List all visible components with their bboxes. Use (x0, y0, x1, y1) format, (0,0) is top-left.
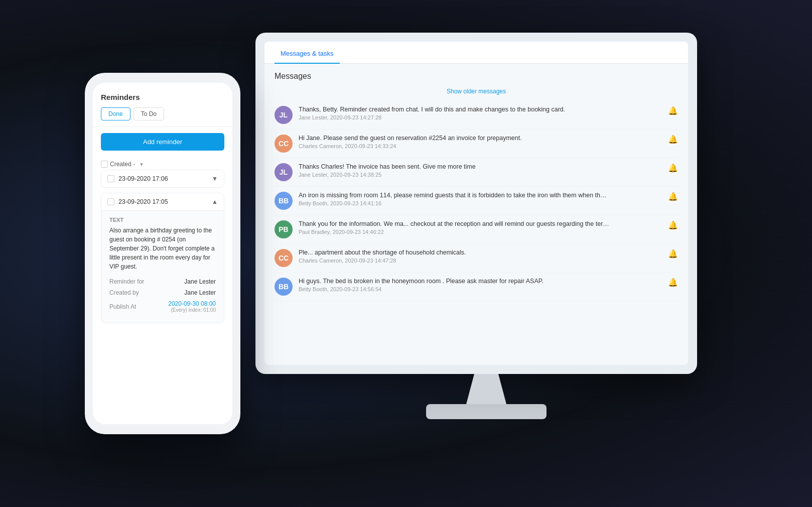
avatar-initials: BB (275, 278, 293, 296)
messages-container: JL Thanks, Betty. Reminder created from … (275, 101, 678, 301)
message-item: BB Hi guys. The bed is broken in the hon… (275, 273, 678, 301)
reminder-date-2: 23-09-2020 17:05 (118, 198, 208, 205)
bell-icon[interactable]: 🔔 (668, 106, 678, 115)
avatar: PB (275, 220, 293, 238)
message-meta: Betty Booth, 2020-09-23 14:41:16 (299, 200, 662, 206)
created-filter-checkbox[interactable] (101, 161, 108, 168)
phone-header: Reminders Done To Do (93, 83, 232, 127)
message-text: Thanks, Betty. Reminder created from cha… (299, 106, 610, 113)
reminder-date-1: 23-09-2020 17:06 (118, 175, 208, 182)
avatar-initials: CC (275, 135, 293, 153)
publish-at-label: Publish At (109, 303, 136, 310)
messages-panel: Messages Show older messages JL Thanks, … (264, 64, 688, 365)
created-filter-label: Created - (110, 161, 135, 168)
message-item: JL Thanks Charles! The invoice has been … (275, 158, 678, 187)
phone-tabs: Done To Do (101, 107, 224, 120)
scene: Reminders Done To Do Add reminder Create… (55, 23, 757, 484)
monitor-stand-base (426, 404, 547, 419)
message-meta: Charles Cameron, 2020-09-23 14:47:28 (299, 258, 662, 264)
bell-icon[interactable]: 🔔 (668, 278, 678, 287)
avatar: BB (275, 278, 293, 296)
avatar: CC (275, 135, 293, 153)
bell-icon[interactable]: 🔔 (668, 249, 678, 259)
message-item: BB An iron is missing from room 114, ple… (275, 187, 678, 215)
add-reminder-button[interactable]: Add reminder (101, 133, 224, 151)
phone-body: Created - ▼ 23-09-2020 17:06 ▼ 23-09-20 (93, 157, 232, 424)
reminder-header-1: 23-09-2020 17:06 ▼ (101, 170, 224, 187)
created-by-row: Created by Jane Lester (109, 289, 216, 296)
reminder-item: 23-09-2020 17:06 ▼ (101, 170, 224, 188)
monitor-stand-neck (466, 374, 506, 404)
bell-icon[interactable]: 🔔 (668, 192, 678, 201)
phone-device: Reminders Done To Do Add reminder Create… (85, 73, 240, 434)
reminder-checkbox-2[interactable] (107, 198, 114, 205)
avatar: BB (275, 192, 293, 210)
avatar-initials: CC (275, 249, 293, 267)
message-text: Hi Jane. Please send the guest on reserv… (299, 135, 610, 142)
message-item: CC Ple... apartment about the shortage o… (275, 244, 678, 273)
publish-at-value[interactable]: 2020-09-30 08:00 (168, 300, 216, 307)
publish-at-row: Publish At 2020-09-30 08:00 (Every) inde… (109, 300, 216, 313)
message-meta: Betty Booth, 2020-09-23 14:56:54 (299, 286, 662, 292)
show-older-link[interactable]: Show older messages (275, 88, 678, 95)
monitor-device: Messages & tasks Messages Show older mes… (255, 33, 717, 444)
tab-done[interactable]: Done (101, 107, 130, 120)
message-meta: Charles Cameron, 2020-09-23 14:33:24 (299, 143, 662, 149)
reminder-toggle-1[interactable]: ▼ (212, 175, 218, 182)
created-by-label: Created by (109, 289, 139, 296)
message-body: Hi guys. The bed is broken in the honeym… (299, 278, 662, 292)
avatar-initials: JL (275, 106, 293, 124)
message-body: Ple... apartment about the shortage of h… (299, 249, 662, 264)
message-text: Ple... apartment about the shortage of h… (299, 249, 610, 256)
reminder-text: Also arrange a birthday greeting to the … (109, 226, 216, 271)
avatar: JL (275, 106, 293, 124)
message-meta: Paul Bradley, 2020-09-23 14:46:22 (299, 229, 662, 235)
message-body: Thanks, Betty. Reminder created from cha… (299, 106, 662, 120)
avatar-initials: PB (275, 220, 293, 238)
messages-section-title: Messages (275, 72, 678, 81)
tab-todo[interactable]: To Do (133, 107, 164, 120)
avatar-initials: BB (275, 192, 293, 210)
reminder-toggle-2[interactable]: ▲ (212, 198, 218, 205)
message-body: Thanks Charles! The invoice has been sen… (299, 163, 662, 178)
avatar: JL (275, 163, 293, 181)
bell-icon[interactable]: 🔔 (668, 163, 678, 173)
message-body: Hi Jane. Please send the guest on reserv… (299, 135, 662, 149)
avatar-initials: JL (275, 163, 293, 181)
message-item: JL Thanks, Betty. Reminder created from … (275, 101, 678, 130)
message-text: An iron is missing from room 114, please… (299, 192, 610, 199)
message-text: Thank you for the information. We ma... … (299, 220, 610, 227)
reminder-for-row: Reminder for Jane Lester (109, 278, 216, 285)
monitor-screen: Messages & tasks Messages Show older mes… (264, 42, 688, 365)
reminder-header-2: 23-09-2020 17:05 ▲ (101, 193, 224, 210)
message-meta: Jane Lester, 2020-09-23 14:27:28 (299, 114, 662, 120)
tab-messages-tasks[interactable]: Messages & tasks (275, 42, 340, 63)
reminder-item-expanded: 23-09-2020 17:05 ▲ Text Also arrange a b… (101, 193, 224, 323)
reminder-for-label: Reminder for (109, 278, 144, 285)
monitor-body: Messages & tasks Messages Show older mes… (255, 33, 697, 374)
screen-content: Messages & tasks Messages Show older mes… (264, 42, 688, 365)
reminder-details: Text Also arrange a birthday greeting to… (101, 210, 224, 323)
message-text: Thanks Charles! The invoice has been sen… (299, 163, 610, 170)
text-label: Text (109, 217, 216, 223)
message-item: PB Thank you for the information. We ma.… (275, 215, 678, 244)
created-by-value: Jane Lester (184, 289, 216, 296)
reminder-for-value: Jane Lester (184, 278, 216, 285)
message-body: An iron is missing from room 114, please… (299, 192, 662, 206)
phone-title: Reminders (101, 93, 224, 101)
message-text: Hi guys. The bed is broken in the honeym… (299, 278, 610, 285)
reminder-checkbox-1[interactable] (107, 175, 114, 182)
message-item: CC Hi Jane. Please send the guest on res… (275, 130, 678, 158)
message-body: Thank you for the information. We ma... … (299, 220, 662, 235)
tab-bar: Messages & tasks (264, 42, 688, 64)
created-filter-row: Created - ▼ (101, 157, 224, 170)
bell-icon[interactable]: 🔔 (668, 220, 678, 230)
phone-screen: Reminders Done To Do Add reminder Create… (93, 83, 232, 424)
bell-icon[interactable]: 🔔 (668, 135, 678, 144)
message-meta: Jane Lester, 2020-09-23 14:38:25 (299, 172, 662, 178)
publish-at-sub: (Every) index: 01:00 (168, 307, 216, 313)
created-filter-arrow: ▼ (139, 162, 144, 167)
avatar: CC (275, 249, 293, 267)
